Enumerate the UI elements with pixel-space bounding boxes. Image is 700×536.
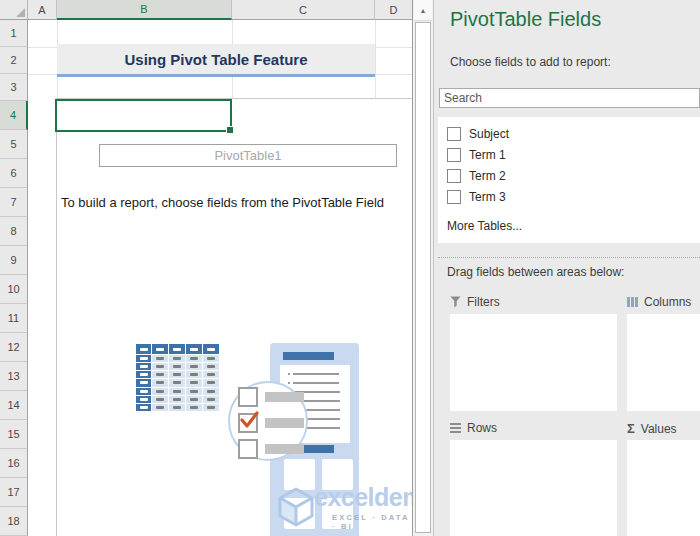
table-cell [186, 355, 202, 362]
filter-icon [450, 296, 461, 308]
gridline [375, 20, 376, 98]
field-list: SubjectTerm 1Term 2Term 3 More Tables... [438, 117, 700, 243]
table-cell [136, 371, 151, 378]
values-area-header: Σ Values [627, 421, 677, 436]
table-cell [203, 379, 219, 386]
column-header-C[interactable]: C [232, 0, 375, 20]
row-header-17[interactable]: 17 [0, 478, 28, 507]
area-label: Filters [467, 295, 500, 309]
table-cell [136, 363, 151, 370]
row-headers: 123456789101112131415161718 [0, 20, 28, 536]
field-item-subject[interactable]: Subject [438, 123, 700, 144]
exceldemy-wordmark: exceldemy [314, 483, 414, 512]
column-header-D[interactable]: D [375, 0, 413, 20]
field-checkbox[interactable] [447, 169, 461, 183]
field-item-term-1[interactable]: Term 1 [438, 144, 700, 165]
columns-drop-area[interactable] [627, 314, 700, 411]
row-header-6[interactable]: 6 [0, 159, 28, 188]
row-header-2[interactable]: 2 [0, 47, 28, 74]
row-header-10[interactable]: 10 [0, 275, 28, 304]
pane-title: PivotTable Fields [450, 8, 601, 31]
table-cell [152, 388, 168, 395]
scroll-up-button[interactable]: ▲ [414, 0, 432, 21]
field-checkbox[interactable] [447, 148, 461, 162]
row-header-14[interactable]: 14 [0, 391, 28, 420]
excel-window: ABCD 123456789101112131415161718 Using P… [0, 0, 700, 536]
row-header-18[interactable]: 18 [0, 507, 28, 536]
doc-bullet [288, 382, 290, 384]
row-header-9[interactable]: 9 [0, 246, 28, 275]
table-cell [169, 379, 185, 386]
row-header-5[interactable]: 5 [0, 130, 28, 159]
vertical-scrollbar[interactable]: ▲ [412, 0, 433, 536]
magnifier-illustration [228, 381, 308, 461]
field-checkbox[interactable] [447, 190, 461, 204]
more-tables-link[interactable]: More Tables... [438, 219, 700, 233]
column-header-A[interactable]: A [28, 0, 57, 20]
pivot-table-hint: To build a report, choose fields from th… [61, 195, 384, 210]
table-cell [186, 363, 202, 370]
list-bar [265, 418, 304, 428]
list-bar [265, 392, 304, 402]
pivot-table-placeholder[interactable]: PivotTable1 To build a report, choose fi… [56, 98, 414, 536]
checkbox-icon [238, 439, 258, 459]
list-bar [265, 444, 304, 454]
row-header-16[interactable]: 16 [0, 449, 28, 478]
table-cell [152, 379, 168, 386]
table-cell [169, 355, 185, 362]
row-header-15[interactable]: 15 [0, 420, 28, 449]
table-cell [136, 355, 151, 362]
table-cell [186, 344, 202, 354]
table-cell [203, 363, 219, 370]
report-blue-bar [299, 445, 334, 453]
table-cell [136, 404, 151, 411]
search-input[interactable] [439, 88, 700, 108]
area-label: Columns [644, 295, 691, 309]
filters-drop-area[interactable] [450, 314, 617, 411]
field-item-term-2[interactable]: Term 2 [438, 165, 700, 186]
table-cell [152, 396, 168, 403]
table-illustration [136, 344, 219, 411]
table-cell [169, 344, 185, 354]
checked-checkbox-icon [238, 413, 258, 433]
table-cell [169, 363, 185, 370]
rows-icon [450, 423, 461, 433]
field-label: Term 1 [469, 148, 506, 162]
filters-area-header: Filters [450, 295, 500, 309]
table-cell [203, 388, 219, 395]
table-cell [136, 379, 151, 386]
table-cell [186, 404, 202, 411]
scrollbar-thumb[interactable] [415, 22, 431, 533]
select-all-button[interactable] [0, 0, 28, 20]
area-label: Rows [467, 421, 497, 435]
column-headers: ABCD [28, 0, 413, 20]
area-label: Values [641, 422, 677, 436]
table-cell [169, 404, 185, 411]
pane-divider [438, 257, 700, 258]
row-header-11[interactable]: 11 [0, 304, 28, 333]
table-cell [169, 388, 185, 395]
selected-cell-b4[interactable] [55, 99, 232, 132]
row-header-13[interactable]: 13 [0, 362, 28, 391]
table-cell [136, 344, 151, 354]
row-header-3[interactable]: 3 [0, 74, 28, 101]
exceldemy-cube-icon [278, 487, 314, 527]
field-label: Term 2 [469, 169, 506, 183]
row-header-12[interactable]: 12 [0, 333, 28, 362]
table-cell [152, 404, 168, 411]
fill-handle[interactable] [226, 126, 234, 134]
row-header-7[interactable]: 7 [0, 188, 28, 217]
checkbox-icon [238, 387, 258, 407]
table-cell [203, 355, 219, 362]
row-header-1[interactable]: 1 [0, 20, 28, 47]
doc-bullet [288, 373, 290, 375]
row-header-8[interactable]: 8 [0, 217, 28, 246]
row-header-4[interactable]: 4 [0, 101, 28, 130]
table-cell [203, 404, 219, 411]
column-header-B[interactable]: B [57, 0, 232, 20]
values-drop-area[interactable] [627, 440, 700, 536]
doc-text-line [293, 373, 339, 375]
rows-drop-area[interactable] [450, 440, 617, 536]
field-item-term-3[interactable]: Term 3 [438, 186, 700, 207]
field-checkbox[interactable] [447, 127, 461, 141]
